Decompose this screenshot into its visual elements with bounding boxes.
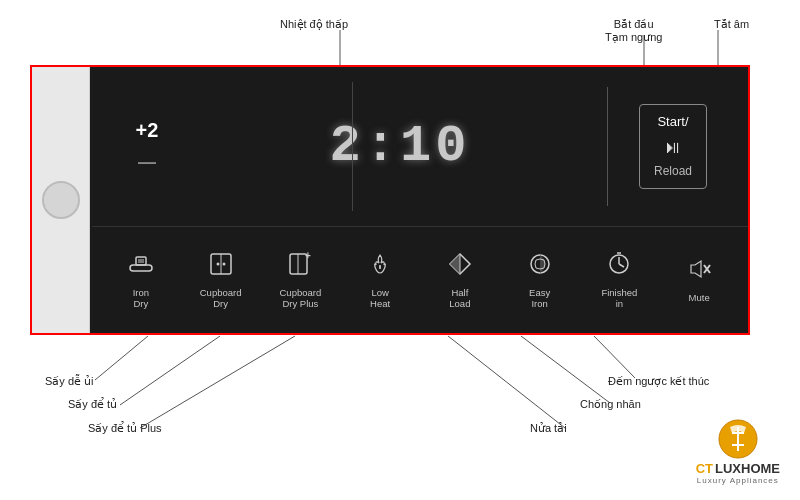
panel-body: +2 — 2:10 Start/ ⏯ Reload — [32, 67, 748, 333]
buttons-row: IronDry CupboardDry — [92, 226, 748, 333]
svg-line-5 — [95, 336, 148, 380]
display-area: +2 — 2:10 Start/ ⏯ Reload — [92, 67, 748, 226]
annotation-nhiet-do-thap: Nhiệt độ thấp — [280, 18, 348, 31]
svg-line-9 — [521, 336, 610, 403]
cupboard-dry-plus-icon: + — [287, 251, 313, 283]
finished-in-icon — [606, 251, 632, 283]
start-label: Start/ — [654, 113, 692, 131]
display-left: +2 — — [107, 119, 187, 173]
cupboard-dry-plus-label: CupboardDry Plus — [280, 287, 322, 310]
annotation-tat-am: Tắt âm — [714, 18, 749, 31]
svg-text:+: + — [305, 251, 311, 261]
cupboard-dry-icon — [208, 251, 234, 283]
annotation-say-de-tu-plus: Sấy để tủ Plus — [88, 422, 162, 435]
easy-iron-button[interactable]: EasyIron — [501, 235, 579, 325]
easy-iron-label: EasyIron — [529, 287, 550, 310]
annotation-chong-nhan: Chống nhăn — [580, 398, 641, 411]
cupboard-dry-plus-button[interactable]: + CupboardDry Plus — [262, 235, 340, 325]
brand-circle — [42, 181, 80, 219]
svg-line-26 — [619, 264, 624, 267]
annotation-say-de-tu: Sấy để tủ — [68, 398, 117, 411]
svg-point-17 — [216, 262, 219, 265]
clock-display: 2:10 — [330, 117, 471, 176]
low-heat-label: LowHeat — [370, 287, 390, 310]
svg-line-8 — [594, 336, 635, 378]
annotation-bat-dau: Bắt đầuTạm ngưng — [605, 18, 662, 44]
easy-iron-icon — [527, 251, 553, 283]
plus2-indicator: +2 — [136, 119, 159, 142]
svg-rect-12 — [136, 257, 146, 265]
low-heat-icon — [367, 251, 393, 283]
panel-left-white — [32, 67, 90, 333]
mute-label: Mute — [689, 292, 710, 303]
brand-logo-icon — [718, 419, 758, 459]
half-load-button[interactable]: HalfLoad — [421, 235, 499, 325]
svg-line-6 — [120, 336, 220, 405]
low-heat-button[interactable]: LowHeat — [341, 235, 419, 325]
svg-line-7 — [140, 336, 295, 428]
iron-dry-button[interactable]: IronDry — [102, 235, 180, 325]
iron-dry-label: IronDry — [133, 287, 149, 310]
finished-in-label: Finishedin — [601, 287, 637, 310]
display-right: Start/ ⏯ Reload — [613, 104, 733, 188]
annotation-nua-tai: Nửa tải — [530, 422, 567, 435]
svg-marker-28 — [691, 261, 701, 277]
cupboard-dry-button[interactable]: CupboardDry — [182, 235, 260, 325]
finished-in-button[interactable]: Finishedin — [581, 235, 659, 325]
logo-subtitle: Luxury Appliances — [697, 476, 779, 485]
logo-ct-text: CT — [696, 461, 713, 476]
svg-rect-11 — [130, 265, 152, 271]
svg-point-18 — [222, 262, 225, 265]
play-pause-icon: ⏯ — [654, 135, 692, 160]
start-reload-button[interactable]: Start/ ⏯ Reload — [639, 104, 707, 188]
iron-dry-icon — [128, 251, 154, 283]
annotation-dem-nguoc: Đếm ngược kết thúc — [608, 375, 709, 388]
half-load-icon — [447, 251, 473, 283]
half-load-label: HalfLoad — [449, 287, 470, 310]
mute-icon — [686, 256, 712, 288]
mute-button[interactable]: Mute — [660, 235, 738, 325]
annotation-say-de-ui: Sấy dễ ủi — [45, 375, 94, 388]
display-center: 2:10 — [187, 117, 613, 176]
cupboard-dry-label: CupboardDry — [200, 287, 242, 310]
reload-label: Reload — [654, 163, 692, 180]
dash-indicator: — — [138, 152, 156, 173]
logo-luxhome-text: LUXHOME — [715, 461, 780, 476]
appliance-panel: +2 — 2:10 Start/ ⏯ Reload — [30, 65, 750, 335]
svg-line-10 — [448, 336, 565, 428]
brand-logo: CT LUXHOME Luxury Appliances — [696, 419, 780, 485]
